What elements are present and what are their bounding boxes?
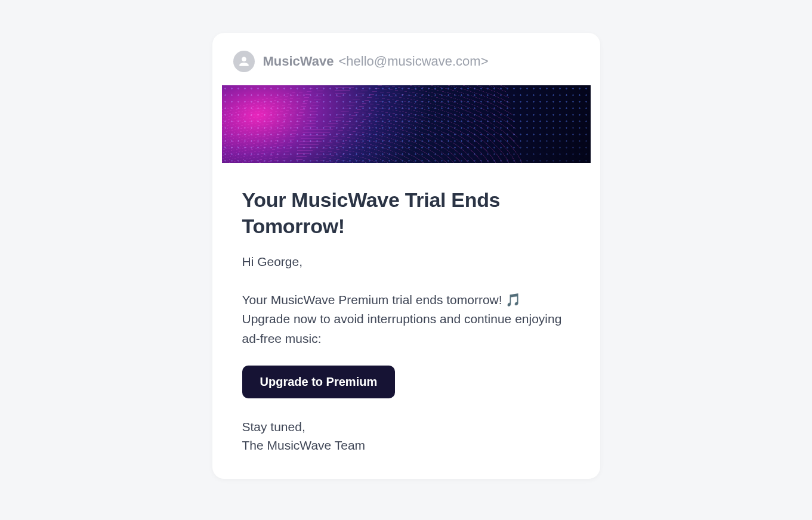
- signoff-line-2: The MusicWave Team: [242, 436, 570, 455]
- email-title: Your MusicWave Trial Ends Tomorrow!: [242, 187, 570, 239]
- email-header: MusicWave <hello@musicwave.com>: [212, 33, 600, 85]
- upgrade-button[interactable]: Upgrade to Premium: [242, 366, 396, 398]
- email-card: MusicWave <hello@musicwave.com> Your Mus…: [212, 33, 600, 479]
- person-icon: [237, 55, 251, 68]
- signoff-line-1: Stay tuned,: [242, 417, 570, 437]
- signoff: Stay tuned, The MusicWave Team: [242, 417, 570, 455]
- sender-line: MusicWave <hello@musicwave.com>: [263, 54, 489, 69]
- email-body: Your MusicWave Trial Ends Tomorrow! Hi G…: [212, 163, 600, 479]
- hero-banner: [222, 85, 591, 163]
- greeting: Hi George,: [242, 252, 570, 271]
- sender-avatar: [233, 51, 255, 72]
- body-text: Your MusicWave Premium trial ends tomorr…: [242, 290, 570, 349]
- sender-email: <hello@musicwave.com>: [339, 54, 489, 69]
- hero-wave-decoration: [222, 85, 523, 163]
- sender-name: MusicWave: [263, 54, 334, 69]
